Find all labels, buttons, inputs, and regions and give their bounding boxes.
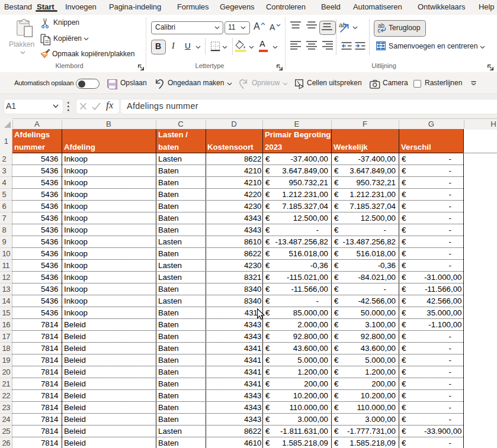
svg-text:c: c: [378, 27, 381, 34]
